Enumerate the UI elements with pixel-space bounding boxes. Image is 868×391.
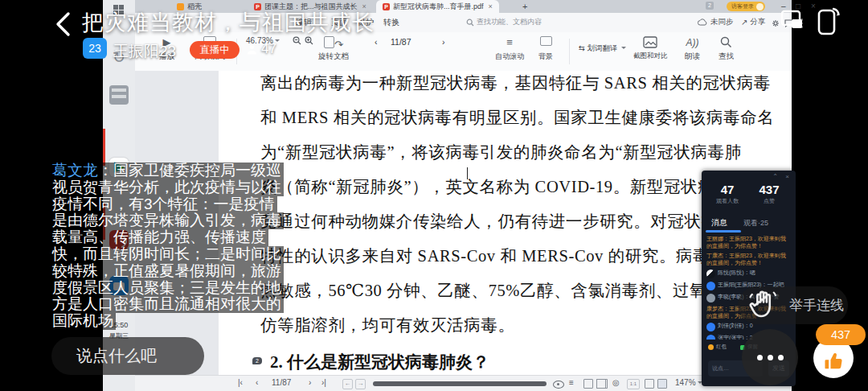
chat-message-text: 刘佳(刘佳)：0 [718,322,753,329]
caption-text: ：国家卫健委疾控局一级巡 [98,162,281,179]
chat-message-row: 陈悦(陈悦)：嗯 [706,269,791,278]
ribbon-prev-page[interactable]: ‹ [375,37,378,47]
rotate-screen-icon[interactable] [814,6,841,38]
find-label: 查找 [719,51,734,62]
streamer-name: 王振阳23 [113,41,176,62]
dot [768,355,773,360]
translate-icon: ⇆ [579,43,585,52]
back-button[interactable] [53,10,74,38]
auto-scroll-icon: ≡ [506,36,513,49]
tab-pdf-active[interactable]: P 新型冠状病毒肺...育手册.pdf × [376,0,499,13]
avatar [756,3,764,10]
sync-status-label: 未同步 [710,17,734,27]
history-forward-button[interactable]: → [355,379,366,389]
translate-button[interactable]: ⇆ 划词翻译 [579,43,626,54]
caption-line: 视员贺青华分析，此次疫情与以往 [50,179,284,196]
raise-hand-button[interactable]: 举手连线 [738,286,848,324]
eye-protection-icon[interactable] [553,381,564,389]
picture-in-picture-icon[interactable] [780,9,805,31]
expand-icon[interactable]: ⌃ [772,173,778,180]
stat-viewers-value: 47 [708,183,747,196]
settings-gear-icon[interactable] [772,19,780,27]
caption-line: 国际机场 [50,313,116,330]
screenshot-compare-label: 截图和对比 [633,51,668,61]
caption-speaker-name: 葛文龙 [52,162,98,179]
comment-bubble-icon[interactable]: 2 [252,357,262,364]
fit-page-icon[interactable] [645,379,654,389]
new-tab-button[interactable]: + [522,2,527,11]
auto-scroll-button[interactable]: ≡ 自动滚动 [495,36,524,62]
background-label: 背景 [538,51,553,62]
caption-lines: 视员贺青华分析，此次疫情与以往疫情不同，有3个特征：一是疫情是由德尔塔变异株输入… [50,179,289,330]
last-page-button[interactable]: ›| [321,378,326,387]
ribbon-next-page[interactable]: › [442,37,445,47]
caption-line: 快，而且转阴时间长；二是时间比 [50,246,284,263]
screenshot-compare-icon [643,36,657,49]
video-editor-app-icon[interactable] [109,85,129,105]
visitor-login-badge[interactable]: 访客登录 [727,2,765,11]
statusbar-zoom-level: 147% [675,378,702,387]
raise-hand-label: 举手连线 [789,286,844,324]
stat-likes: 437 点赞 [750,183,788,205]
actual-size-icon[interactable]: 1:1 [627,379,640,389]
menu-convert[interactable]: 转换 [383,17,399,28]
text-cursor [467,167,468,179]
avatar [706,294,715,303]
double-page-view-icon[interactable] [596,379,608,389]
pdf-section-heading: 2. 什么是新型冠状病毒肺炎？ [270,351,489,373]
tab-viewers[interactable]: 观看·25 [743,218,768,228]
more-options-button[interactable] [742,329,798,385]
screenshot-compare-button[interactable]: 截图和对比 [633,36,668,61]
comment-input[interactable]: 说点什么吧 [51,337,204,375]
wps-status-bar: |‹ ‹ 11/87 › ›| ← → ≡ ◎ 1:1 147% − [135,375,792,391]
stat-likes-value: 437 [750,183,788,196]
prev-page-button[interactable]: ‹ [256,378,258,387]
red-packet-toggle[interactable]: 红包 [708,344,727,351]
horizontal-scrollbar-thumb[interactable] [373,381,547,386]
like-count-badge: 437 [816,324,866,345]
zoom-in-icon[interactable] [305,36,313,45]
visitor-login-label: 访客登录 [731,2,754,10]
share-button[interactable]: ↗ 分享 [741,17,765,27]
viewers-person-icon [245,43,259,56]
continuous-view-icon[interactable]: ≡ [569,378,574,387]
orange-dot-icon [708,344,714,350]
tab-close-icon[interactable]: × [489,2,493,10]
speech-caption-overlay: 葛文龙：国家卫健委疾控局一级巡 视员贺青华分析，此次疫情与以往疫情不同，有3个特… [50,163,289,330]
chat-message-text: 丁康杰：王振阳23，欢迎来到我的直播间，为你点赞！ [706,252,791,266]
live-stream-viewer: ↻ 15:50 星期三 稻壳 P 团课主题：把...与祖国共成长 × P 新 [0,0,868,391]
close-icon[interactable]: × [785,173,789,180]
read-aloud-button[interactable]: A)) 朗读 [685,36,700,62]
stat-viewers-label: 观看人数 [708,197,747,205]
share-label: 分享 [750,17,765,27]
fit-width-icon[interactable] [657,379,667,389]
rotate-doc-button[interactable]: ↷ 旋转文档 [318,36,349,62]
read-aloud-label: 朗读 [685,51,700,62]
avatar [706,282,715,290]
dot [778,355,784,360]
avatar [706,323,715,331]
find-icon [720,36,732,49]
pdf-text-line: 和 MERS 相关的冠状病毒有明显区别。国家卫生健康委将该病毒命名 [260,101,795,135]
divider [569,39,570,64]
pdf-text-line: 离出的病毒为一种新型冠状病毒，基因特征与 SARS 相关的冠状病毒 [260,66,795,101]
background-button[interactable]: 背景 [538,36,553,62]
wps-file-icon: P [383,3,390,10]
zoom-out-icon[interactable] [293,36,301,45]
caption-line: 疫情不同，有3个特征：一是疫情 [50,196,277,213]
active-tab-underline [706,230,741,233]
unread-count-badge: 23 [83,38,107,59]
play-view-icon[interactable]: ◎ [612,378,620,387]
caption-line: 载量高、传播能力强、传播速度 [50,229,268,246]
wps-search-box[interactable]: 查找功能、文档内容 [466,17,542,27]
taskbar-accent-mark [103,129,105,166]
read-aloud-icon: A)) [686,36,699,49]
next-page-button[interactable]: › [309,378,311,387]
first-page-button[interactable]: |‹ [238,378,243,387]
find-button[interactable]: 查找 [719,36,734,62]
auto-scroll-label: 自动滚动 [495,51,524,62]
history-back-button[interactable]: ← [342,379,353,389]
sync-status[interactable]: 未同步 [698,17,734,27]
single-page-view-icon[interactable] [583,379,593,389]
tab-messages[interactable]: 消息 [711,217,727,228]
